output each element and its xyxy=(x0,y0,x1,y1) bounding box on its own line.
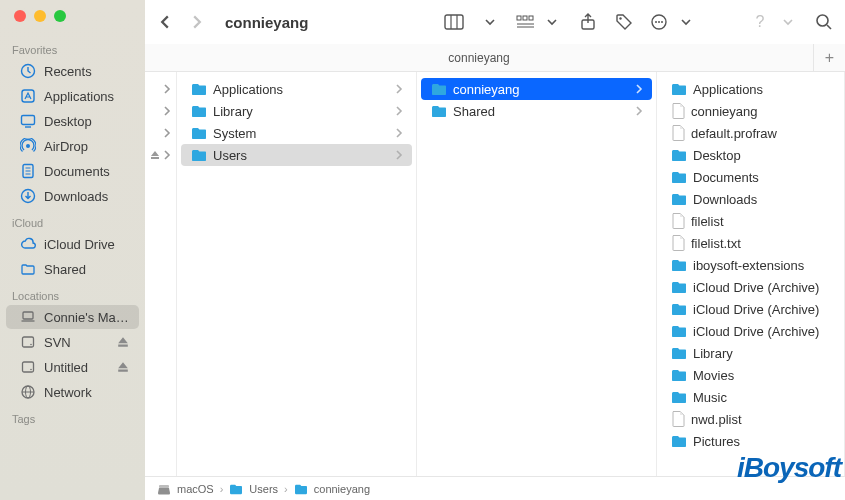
list-item[interactable]: nwd.plist xyxy=(661,408,840,430)
close-window-button[interactable] xyxy=(14,10,26,22)
share-icon[interactable] xyxy=(577,11,599,33)
sidebar-item-applications[interactable]: Applications xyxy=(6,84,139,108)
list-item[interactable]: Movies xyxy=(661,364,840,386)
group-dropdown-icon[interactable] xyxy=(541,11,563,33)
chevron-right-icon xyxy=(162,128,172,138)
list-item[interactable]: Library xyxy=(661,342,840,364)
list-item-label: connieyang xyxy=(691,104,758,119)
new-tab-button[interactable]: + xyxy=(813,44,845,72)
list-item[interactable]: iCloud Drive (Archive) xyxy=(661,320,840,342)
minimize-window-button[interactable] xyxy=(34,10,46,22)
sidebar-item-downloads[interactable]: Downloads xyxy=(6,184,139,208)
tag-icon[interactable] xyxy=(613,11,635,33)
view-columns-icon[interactable] xyxy=(443,11,465,33)
sidebar-item-label: Downloads xyxy=(44,189,108,204)
desktop-icon xyxy=(20,113,36,129)
sidebar-item-label: Connie's Ma… xyxy=(44,310,129,325)
device-slot[interactable] xyxy=(145,100,176,122)
device-slot[interactable] xyxy=(145,78,176,100)
sharedfolder-icon xyxy=(20,261,36,277)
sidebar-item-recents[interactable]: Recents xyxy=(6,59,139,83)
path-segment[interactable]: connieyang xyxy=(314,483,370,495)
list-item[interactable]: Desktop xyxy=(661,144,840,166)
list-item[interactable]: Music xyxy=(661,386,840,408)
list-item[interactable]: Downloads xyxy=(661,188,840,210)
sidebar-item-untitled[interactable]: Untitled xyxy=(6,355,139,379)
list-item[interactable]: default.profraw xyxy=(661,122,840,144)
list-item[interactable]: connieyang xyxy=(661,100,840,122)
sidebar-item-shared[interactable]: Shared xyxy=(6,257,139,281)
list-item-label: connieyang xyxy=(453,82,520,97)
device-slot[interactable] xyxy=(145,144,176,166)
eject-icon[interactable] xyxy=(117,361,129,373)
list-item-label: Applications xyxy=(213,82,283,97)
fullscreen-window-button[interactable] xyxy=(54,10,66,22)
folder-icon xyxy=(671,148,687,162)
chevron-right-icon xyxy=(162,84,172,94)
list-item-label: Desktop xyxy=(693,148,741,163)
sidebar-section-label: Favorites xyxy=(0,36,145,58)
more-icon[interactable] xyxy=(649,11,671,33)
list-item[interactable]: iCloud Drive (Archive) xyxy=(661,298,840,320)
folder-icon xyxy=(671,280,687,294)
list-item-label: filelist.txt xyxy=(691,236,741,251)
list-item[interactable]: iboysoft-extensions xyxy=(661,254,840,276)
sidebar-item-documents[interactable]: Documents xyxy=(6,159,139,183)
sidebar-item-airdrop[interactable]: AirDrop xyxy=(6,134,139,158)
path-bar: macOS›Users›connieyang xyxy=(145,476,845,500)
path-segment[interactable]: macOS xyxy=(177,483,214,495)
more-dropdown-icon[interactable] xyxy=(675,11,697,33)
column-2: connieyang Shared xyxy=(417,72,657,476)
svg-point-33 xyxy=(661,21,663,23)
list-item[interactable]: Applications xyxy=(661,78,840,100)
sidebar-section-label: iCloud xyxy=(0,209,145,231)
folder-icon xyxy=(671,434,687,448)
column-1: Applications Library System Users xyxy=(177,72,417,476)
sidebar-item-icloud-drive[interactable]: iCloud Drive xyxy=(6,232,139,256)
tab-bar: connieyang + xyxy=(145,44,845,72)
search-icon[interactable] xyxy=(813,11,835,33)
svg-rect-13 xyxy=(23,337,34,347)
path-separator: › xyxy=(284,483,288,495)
list-item[interactable]: Pictures xyxy=(661,430,840,452)
tab-connieyang[interactable]: connieyang xyxy=(145,51,813,65)
help-dropdown-icon[interactable] xyxy=(777,11,799,33)
sidebar-item-label: Shared xyxy=(44,262,86,277)
sidebar-item-network[interactable]: Network xyxy=(6,380,139,404)
chevron-right-icon xyxy=(634,106,644,116)
list-item[interactable]: iCloud Drive (Archive) xyxy=(661,276,840,298)
list-item-label: Pictures xyxy=(693,434,740,449)
path-separator: › xyxy=(220,483,224,495)
forward-button[interactable] xyxy=(187,12,207,32)
disk-icon xyxy=(20,359,36,375)
back-button[interactable] xyxy=(155,12,175,32)
sidebar-item-connie-s-ma-[interactable]: Connie's Ma… xyxy=(6,305,139,329)
list-item[interactable]: connieyang xyxy=(421,78,652,100)
chevron-right-icon xyxy=(162,150,172,160)
sidebar-item-label: Applications xyxy=(44,89,114,104)
eject-icon[interactable] xyxy=(117,336,129,348)
list-item[interactable]: Applications xyxy=(181,78,412,100)
list-item[interactable]: Library xyxy=(181,100,412,122)
folder-icon xyxy=(191,104,207,118)
list-item[interactable]: Documents xyxy=(661,166,840,188)
list-item-label: Documents xyxy=(693,170,759,185)
file-icon xyxy=(671,125,685,141)
folder-icon xyxy=(431,82,447,96)
folder-icon xyxy=(671,170,687,184)
sidebar-item-desktop[interactable]: Desktop xyxy=(6,109,139,133)
view-dropdown-icon[interactable] xyxy=(479,11,501,33)
path-segment[interactable]: Users xyxy=(249,483,278,495)
list-item[interactable]: filelist xyxy=(661,210,840,232)
sidebar-item-svn[interactable]: SVN xyxy=(6,330,139,354)
group-icon[interactable] xyxy=(515,11,537,33)
device-slot[interactable] xyxy=(145,122,176,144)
eject-icon[interactable] xyxy=(150,150,160,160)
cloud-icon xyxy=(20,236,36,252)
help-icon[interactable]: ? xyxy=(749,11,771,33)
list-item[interactable]: System xyxy=(181,122,412,144)
list-item[interactable]: Shared xyxy=(421,100,652,122)
chevron-right-icon xyxy=(394,84,404,94)
list-item[interactable]: filelist.txt xyxy=(661,232,840,254)
list-item[interactable]: Users xyxy=(181,144,412,166)
